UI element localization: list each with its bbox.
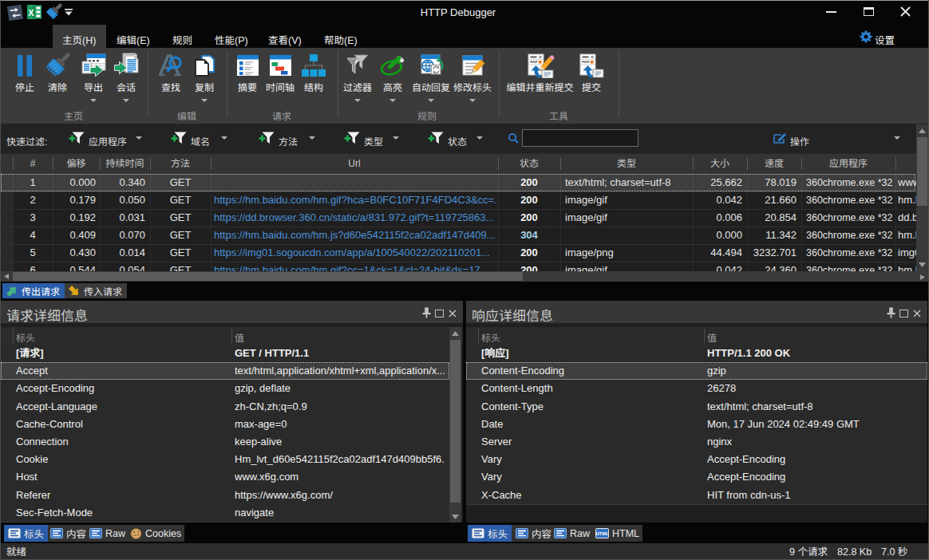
svg-text:HTML: HTML xyxy=(595,531,609,536)
